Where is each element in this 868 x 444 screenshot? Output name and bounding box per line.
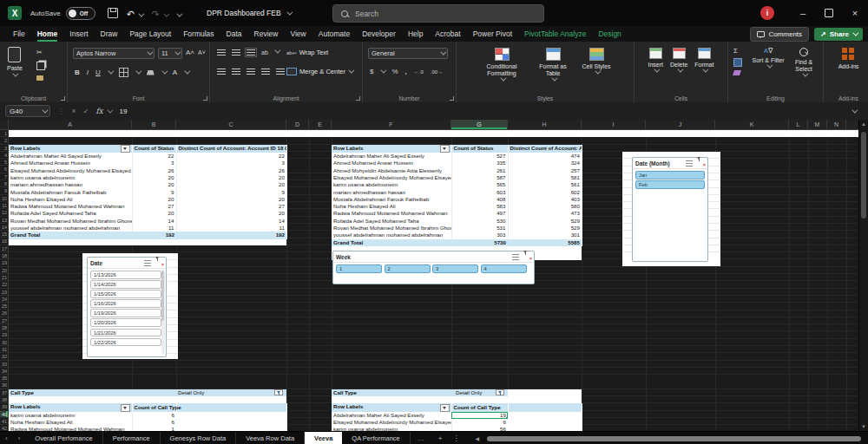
cell[interactable]: 257 (508, 167, 582, 174)
sort-filter-button[interactable]: A∇ Sort & Filter (751, 48, 786, 69)
font-size-select[interactable]: 11 (158, 48, 182, 59)
cell[interactable]: 529 (508, 225, 582, 232)
slicer-item-date[interactable]: 1/20/2026 (90, 318, 161, 327)
tab-help[interactable]: Help (402, 26, 429, 42)
cell[interactable]: 22 (132, 153, 176, 160)
row-header-7[interactable]: 7 (0, 173, 9, 180)
row-header-27[interactable]: 27 (0, 317, 9, 324)
call-type-filter[interactable]: Call Type Detail Only (332, 389, 508, 396)
cell[interactable]: Elsayed Mohamed Abdelmordy Mohamed Elsay… (9, 167, 132, 174)
row-header-16[interactable]: 16 (0, 238, 9, 245)
sheet-tab-performance[interactable]: Performance (103, 432, 161, 444)
column-header-G[interactable]: G (451, 120, 508, 130)
row-labels-filter-icon[interactable] (121, 145, 130, 153)
cell[interactable]: 14 (176, 218, 286, 225)
cell[interactable]: 497 (451, 210, 508, 217)
conditional-formatting-button[interactable]: Conditional Formatting (479, 48, 524, 102)
cell[interactable]: 20 (132, 210, 176, 217)
tab-developer[interactable]: Developer (356, 26, 402, 42)
currency-button[interactable]: $ (370, 68, 373, 75)
cell[interactable]: Noha Hesham Elsayed Ali (9, 196, 132, 203)
autosave-toggle[interactable]: Off (66, 7, 95, 20)
scroll-down-icon[interactable]: ▼ (861, 424, 866, 429)
decrease-decimal-icon[interactable]: .00→ (431, 69, 443, 75)
multi-select-icon[interactable] (512, 254, 519, 260)
cell[interactable]: 26 (132, 167, 176, 174)
percent-button[interactable]: % (391, 68, 398, 75)
formula-input[interactable]: 19 (120, 108, 128, 115)
vertical-scroll-thumb[interactable] (861, 132, 866, 219)
column-header-L[interactable]: L (789, 120, 808, 130)
slicer-item-date[interactable]: 1/13/2026 (90, 271, 161, 279)
row-header-9[interactable]: 9 (0, 187, 9, 194)
cell[interactable]: 403 (508, 196, 582, 203)
row-header-37[interactable]: 37 (0, 389, 9, 396)
column-header-I[interactable]: I (582, 120, 646, 130)
row-header-17[interactable]: 17 (0, 245, 9, 252)
multi-select-icon[interactable] (686, 160, 693, 166)
align-middle-icon[interactable] (232, 49, 240, 56)
paste-button[interactable]: Paste (7, 47, 23, 77)
row-header-1[interactable]: 1 (0, 130, 9, 137)
cell[interactable]: Rovan Medhat Mohamed Mohamed Ibrahim Gho… (9, 218, 132, 225)
slicer-item-date[interactable]: 1/19/2026 (90, 309, 161, 317)
scroll-up-icon[interactable]: ▲ (861, 121, 866, 127)
cell[interactable]: 587 (451, 174, 508, 181)
tab-power-pivot[interactable]: Power Pivot (467, 26, 518, 42)
column-header-A[interactable]: A (9, 120, 132, 130)
row-header-11[interactable]: 11 (0, 202, 9, 209)
cell[interactable]: 561 (508, 181, 582, 188)
align-top-icon[interactable] (217, 49, 226, 56)
cell[interactable]: 408 (451, 196, 508, 203)
tab-view[interactable]: View (284, 26, 312, 42)
cell[interactable]: karim osama abdelmoneim (9, 174, 132, 181)
cell[interactable]: youssef abdelrahman mohamed abdelrahman (9, 225, 132, 232)
orientation-icon[interactable]: ab (261, 49, 268, 56)
comments-button[interactable]: Comments (750, 27, 809, 42)
column-header-M[interactable]: M (808, 120, 827, 130)
row-header-5[interactable]: 5 (0, 159, 9, 166)
cell[interactable]: Rovan Medhat Mohamed Mohamed Ibrahim Gho… (332, 225, 451, 232)
save-icon[interactable] (108, 8, 118, 18)
cell[interactable]: 11 (176, 225, 286, 232)
cell[interactable]: 301 (508, 232, 582, 238)
row-header-6[interactable]: 6 (0, 166, 9, 173)
cell[interactable]: Radwa Mahmoud Motamed Mohamed Wahman (9, 203, 132, 210)
cell[interactable]: Abdelrahman Maher Ali Sayed Esseily (332, 153, 451, 160)
cell[interactable]: Ahmed Mohamed Anwar Hussein (9, 160, 132, 166)
clipboard-dialog-launcher-icon[interactable] (61, 96, 65, 101)
increase-font-icon[interactable]: A˄ (186, 49, 194, 56)
tab-pivottable-analyze[interactable]: PivotTable Analyze (518, 26, 592, 42)
row-header-38[interactable]: 38 (0, 396, 9, 403)
cell[interactable]: 324 (508, 160, 582, 166)
tab-draw[interactable]: Draw (95, 26, 124, 42)
sheet-nav-left-icon[interactable]: ‹ (0, 434, 13, 442)
cell[interactable]: youssef abdelrahman mohamed abdelrahman (332, 232, 451, 238)
align-center-icon[interactable] (232, 69, 240, 75)
row-header-41[interactable]: 41 (0, 418, 9, 425)
sheet-tab-qa-performance[interactable]: QA Performance (342, 432, 410, 444)
horizontal-scroll-thumb[interactable] (487, 436, 861, 441)
qat-customize-icon[interactable] (176, 5, 181, 21)
row-labels-filter-icon[interactable] (440, 145, 450, 153)
document-title[interactable]: DPR Dashboared FEB (207, 9, 291, 17)
row-header-4[interactable]: 4 (0, 152, 9, 159)
decrease-indent-icon[interactable] (261, 69, 270, 75)
cell[interactable]: 20 (132, 181, 176, 188)
slicer-item-date[interactable]: 1/16/2026 (90, 299, 161, 308)
cell[interactable]: Abdelrahman Maher Ali Sayed Esseily (9, 153, 132, 160)
increase-indent-icon[interactable] (276, 69, 285, 75)
select-all-corner[interactable] (0, 120, 9, 130)
cell[interactable]: Ahmed Mohyeldin Abdelsamie Attia Elesser… (332, 167, 451, 174)
slicer-item-week[interactable]: 1 (336, 264, 382, 273)
sheet-tab-veeva[interactable]: Veeva (305, 432, 342, 444)
cell[interactable]: 11 (132, 225, 176, 232)
cell[interactable]: Elsayed Mohamed Abdelmordy Mohamed Elsay… (332, 419, 451, 426)
addins-button[interactable]: Add-ins (838, 48, 859, 102)
column-header-E[interactable]: E (309, 120, 332, 130)
tab-automate[interactable]: Automate (312, 26, 356, 42)
cell[interactable]: 303 (451, 232, 508, 238)
slicer-item-date[interactable]: 1/15/2026 (90, 290, 161, 298)
merge-center-button[interactable]: Merge & Center (286, 68, 352, 75)
clear-filter-icon[interactable]: × (523, 253, 531, 260)
